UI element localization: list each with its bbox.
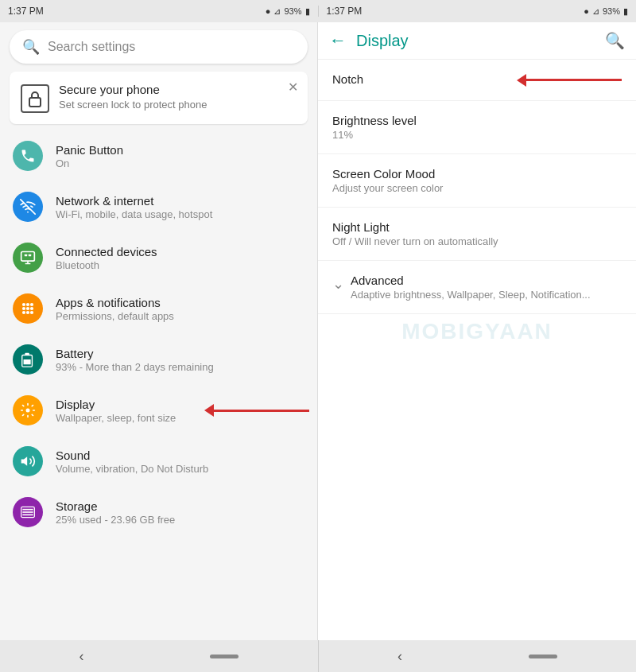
settings-item-display[interactable]: Display Wallpaper, sleep, font size [0, 385, 317, 436]
battery-left: 93% [284, 6, 301, 16]
right-header: ← Display 🔍 [318, 22, 636, 60]
display-item-brightness[interactable]: Brightness level 11% [318, 101, 636, 154]
battery-title: Battery [56, 347, 304, 360]
display-settings-list: Notch Brightness level 11% Screen Color … [318, 60, 636, 640]
svg-point-12 [30, 311, 33, 314]
secure-card-subtitle: Set screen lock to protect phone [59, 99, 207, 111]
bottom-nav-left: ‹ [0, 640, 318, 672]
network-icon [13, 192, 43, 222]
advanced-title: Advanced [351, 274, 591, 287]
settings-list: Panic Button On Network & internet Wi-Fi… [0, 130, 317, 640]
status-bar-left: 1:37 PM ● ⊿ 93% ▮ [0, 6, 318, 17]
right-panel: MOBIGYAAN ← Display 🔍 Notch Brightness l… [318, 22, 636, 640]
bottom-nav: ‹ ‹ [0, 640, 636, 672]
display-red-arrow [204, 404, 309, 417]
main-content: 🔍 Search settings ✕ Secure your phone Se… [0, 22, 636, 640]
svg-rect-3 [29, 254, 31, 257]
search-icon-right[interactable]: 🔍 [605, 31, 625, 50]
network-text: Network & internet Wi-Fi, mobile, data u… [56, 194, 304, 220]
night-light-title: Night Light [332, 220, 622, 234]
left-panel: 🔍 Search settings ✕ Secure your phone Se… [0, 22, 318, 640]
svg-rect-14 [25, 353, 29, 355]
sound-title: Sound [56, 449, 304, 462]
panic-button-text: Panic Button On [56, 143, 304, 169]
search-input[interactable]: Search settings [48, 40, 135, 54]
storage-sub: 25% used - 23.96 GB free [56, 514, 304, 526]
nav-back-right[interactable]: ‹ [398, 648, 402, 665]
panic-button-sub: On [56, 157, 304, 169]
connected-devices-title: Connected devices [56, 245, 304, 258]
apps-icon [13, 293, 43, 324]
battery-icon-left: ▮ [305, 6, 310, 17]
search-icon: 🔍 [22, 38, 40, 56]
status-icons-right: ● ⊿ 93% ▮ [584, 6, 628, 17]
apps-sub: Permissions, default apps [56, 310, 304, 322]
location-icon: ● [266, 6, 271, 16]
apps-title: Apps & notifications [56, 296, 304, 309]
battery-text: Battery 93% - More than 2 days remaining [56, 347, 304, 373]
apps-text: Apps & notifications Permissions, defaul… [56, 296, 304, 322]
back-button[interactable]: ← [329, 30, 347, 51]
nav-back-left[interactable]: ‹ [79, 648, 83, 665]
bottom-nav-right: ‹ [318, 640, 637, 672]
panic-button-icon [13, 141, 43, 171]
status-bar-right: 1:37 PM ● ⊿ 93% ▮ [318, 6, 637, 17]
arrow-line [214, 410, 309, 412]
settings-item-network[interactable]: Network & internet Wi-Fi, mobile, data u… [0, 181, 317, 232]
settings-item-storage[interactable]: Storage 25% used - 23.96 GB free [0, 487, 317, 538]
secure-card: ✕ Secure your phone Set screen lock to p… [10, 72, 308, 124]
nav-home-left[interactable] [210, 655, 238, 658]
cast-icon: ⊿ [273, 6, 281, 17]
nav-home-right[interactable] [529, 655, 557, 658]
location-icon-right: ● [584, 6, 589, 16]
battery-icon [13, 344, 43, 375]
settings-item-panic-button[interactable]: Panic Button On [0, 130, 317, 181]
status-bar: 1:37 PM ● ⊿ 93% ▮ 1:37 PM ● ⊿ 93% ▮ [0, 0, 636, 22]
secure-card-content: Secure your phone Set screen lock to pro… [21, 83, 297, 113]
secure-card-close[interactable]: ✕ [288, 80, 298, 95]
search-bar[interactable]: 🔍 Search settings [10, 30, 308, 64]
battery-icon-right: ▮ [623, 6, 628, 17]
notch-arrow-line [526, 79, 622, 81]
notch-red-arrow [517, 74, 622, 87]
secure-card-text: Secure your phone Set screen lock to pro… [59, 83, 207, 111]
svg-point-6 [30, 303, 33, 306]
battery-sub: 93% - More than 2 days remaining [56, 361, 304, 373]
display-icon [13, 395, 43, 425]
status-icons-left: ● ⊿ 93% ▮ [266, 6, 310, 17]
settings-item-battery[interactable]: Battery 93% - More than 2 days remaining [0, 334, 317, 385]
settings-item-sound[interactable]: Sound Volume, vibration, Do Not Disturb [0, 436, 317, 487]
svg-point-9 [30, 307, 33, 310]
brightness-title: Brightness level [332, 114, 622, 127]
storage-icon [13, 497, 43, 527]
screen-color-title: Screen Color Mood [332, 167, 622, 181]
time-right: 1:37 PM [327, 6, 363, 17]
svg-rect-1 [21, 252, 35, 262]
screen-color-sub: Adjust your screen color [332, 182, 622, 194]
svg-rect-2 [25, 254, 27, 257]
arrow-head [204, 404, 214, 417]
display-item-screen-color[interactable]: Screen Color Mood Adjust your screen col… [318, 154, 636, 208]
network-title: Network & internet [56, 194, 304, 208]
connected-devices-text: Connected devices Bluetooth [56, 245, 304, 271]
display-page-title: Display [356, 32, 595, 50]
connected-devices-sub: Bluetooth [56, 259, 304, 271]
storage-text: Storage 25% used - 23.96 GB free [56, 499, 304, 526]
sound-icon [13, 446, 43, 476]
cast-icon-right: ⊿ [592, 6, 599, 17]
svg-point-4 [22, 303, 25, 306]
svg-rect-15 [24, 359, 31, 364]
search-bar-container: 🔍 Search settings [0, 22, 317, 72]
night-light-sub: Off / Will never turn on automatically [332, 235, 622, 247]
settings-item-apps[interactable]: Apps & notifications Permissions, defaul… [0, 283, 317, 334]
display-item-advanced[interactable]: ⌄ Advanced Adaptive brightness, Wallpape… [318, 261, 636, 314]
network-sub: Wi-Fi, mobile, data usage, hotspot [56, 208, 304, 220]
settings-item-connected-devices[interactable]: Connected devices Bluetooth [0, 232, 317, 283]
notch-arrow-head [517, 74, 526, 87]
svg-point-7 [22, 307, 25, 310]
advanced-sub: Adaptive brightness, Wallpaper, Sleep, N… [351, 289, 591, 301]
display-item-night-light[interactable]: Night Light Off / Will never turn on aut… [318, 208, 636, 261]
svg-point-5 [26, 303, 29, 306]
notch-title: Notch [332, 72, 363, 86]
display-item-notch[interactable]: Notch [318, 60, 636, 101]
